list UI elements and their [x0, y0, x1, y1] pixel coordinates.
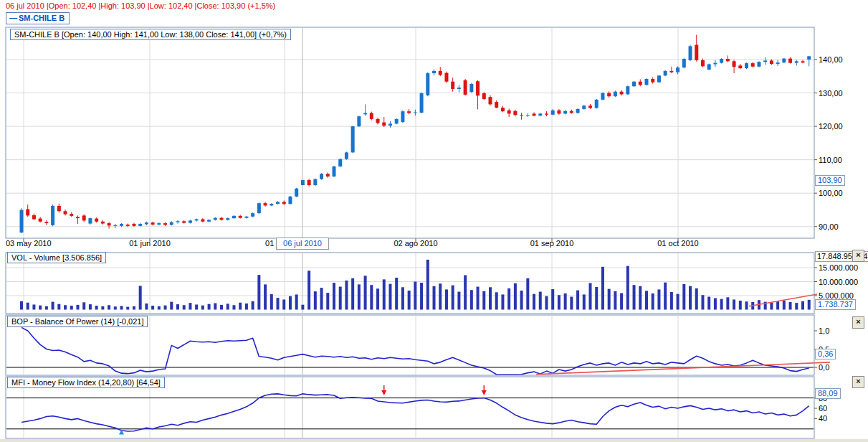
candle-body [363, 113, 367, 114]
candle-body [701, 60, 705, 66]
candle-body [282, 202, 286, 204]
candle-body [432, 71, 436, 73]
candle-body [751, 63, 755, 67]
volume-bar [726, 297, 729, 309]
candle-body [745, 63, 748, 68]
candle-body [176, 221, 180, 222]
candle-body [807, 56, 811, 60]
candle-body [526, 115, 530, 116]
candle-body [270, 204, 273, 205]
volume-bar [270, 294, 273, 309]
candle-body [563, 111, 567, 114]
candle-body [657, 75, 661, 82]
price-axis-label: 90,00 [819, 222, 839, 231]
candle-body [669, 71, 673, 72]
volume-bar [526, 278, 529, 310]
candle-body [538, 113, 542, 116]
volume-bar [170, 302, 173, 310]
volume-bar [414, 282, 416, 310]
volume-bar [120, 306, 123, 309]
volume-bar [82, 302, 85, 309]
candle-body [576, 109, 580, 113]
volume-bar [795, 303, 798, 309]
volume-bar [133, 306, 135, 310]
volume-bar [770, 303, 773, 310]
volume-bar [408, 291, 411, 310]
close-icon[interactable]: × [852, 250, 864, 262]
candle-body [157, 223, 161, 225]
bop-axis-label: 1,0 [819, 326, 829, 335]
volume-bar [32, 304, 35, 309]
candle-body [614, 92, 617, 97]
volume-bar [570, 297, 573, 310]
x-axis-date-label: 01 oct 2010 [657, 239, 699, 248]
volume-bar [189, 303, 191, 309]
volume-bar [670, 292, 673, 310]
volume-bar [257, 275, 260, 309]
volume-bar [445, 289, 448, 309]
price-axis-label: 140,00 [819, 55, 843, 64]
candle-body [132, 224, 135, 226]
candle-body [189, 220, 192, 222]
candle-body [533, 113, 536, 116]
x-axis-date-label: 01 jun 2010 [129, 239, 171, 248]
bop-axis-label: 0,0 [819, 363, 829, 372]
candle-body [664, 71, 667, 76]
sell-signal-icon [381, 390, 386, 395]
price-axis-label: 110,00 [819, 156, 842, 164]
volume-bar [489, 287, 492, 309]
candle-body [395, 119, 399, 124]
close-icon[interactable]: × [852, 376, 864, 388]
volume-bar [776, 301, 779, 309]
volume-bar [145, 304, 148, 310]
symbol-legend[interactable]: —SM-CHILE B [6, 12, 70, 24]
candle-body [676, 67, 679, 72]
candle-body [145, 222, 148, 224]
volume-bar [252, 301, 254, 310]
candle-body [607, 93, 611, 97]
candle-body [776, 62, 780, 64]
candle-body [451, 82, 454, 89]
volume-bar [214, 304, 216, 310]
candle-body [738, 65, 742, 68]
candle-body [601, 93, 604, 100]
candle-body [51, 206, 54, 225]
volume-bar [426, 260, 429, 310]
candle-body [138, 224, 142, 226]
candle-body [264, 203, 267, 205]
candle-body [507, 110, 511, 114]
candle-body [201, 220, 204, 222]
mfi-panel-title: MFI - Money Flow Index (14,20,80) [64,54… [7, 377, 165, 388]
candle-body [620, 92, 624, 95]
candle-body [713, 63, 717, 65]
candle-body [276, 202, 280, 204]
candle-body [26, 210, 29, 216]
volume-bar [707, 297, 710, 310]
price-panel-title: SM-CHILE B [Open: 140,00 High: 141,00 Lo… [10, 29, 291, 40]
volume-bar [388, 284, 391, 310]
candle-body [95, 219, 98, 222]
chart-canvas[interactable]: 140,00130,00120,00110,00100,0090,0015.00… [0, 0, 868, 442]
volume-bar [326, 293, 329, 309]
close-icon[interactable]: × [852, 316, 864, 329]
candlesticks [20, 35, 811, 234]
candle-body [520, 115, 523, 116]
candle-body [482, 93, 486, 99]
candle-body [639, 82, 642, 85]
candle-body [782, 59, 786, 63]
volume-bar [677, 294, 679, 310]
x-axis-date-label: 03 may 2010 [6, 239, 52, 248]
volume-bar [383, 279, 386, 309]
candle-body [338, 159, 342, 166]
volume-bar [232, 305, 235, 309]
volume-bar [114, 306, 117, 309]
volume-axis-label: 15.000.000 [819, 263, 858, 272]
volume-bar [176, 304, 179, 309]
volume-bar [595, 287, 598, 310]
candle-body [720, 59, 723, 63]
cursor-mfi-value: 88,09 [815, 388, 841, 399]
candle-body [626, 86, 629, 94]
candle-body [382, 123, 386, 126]
volume-bar [551, 289, 554, 309]
volume-bar [520, 291, 523, 310]
